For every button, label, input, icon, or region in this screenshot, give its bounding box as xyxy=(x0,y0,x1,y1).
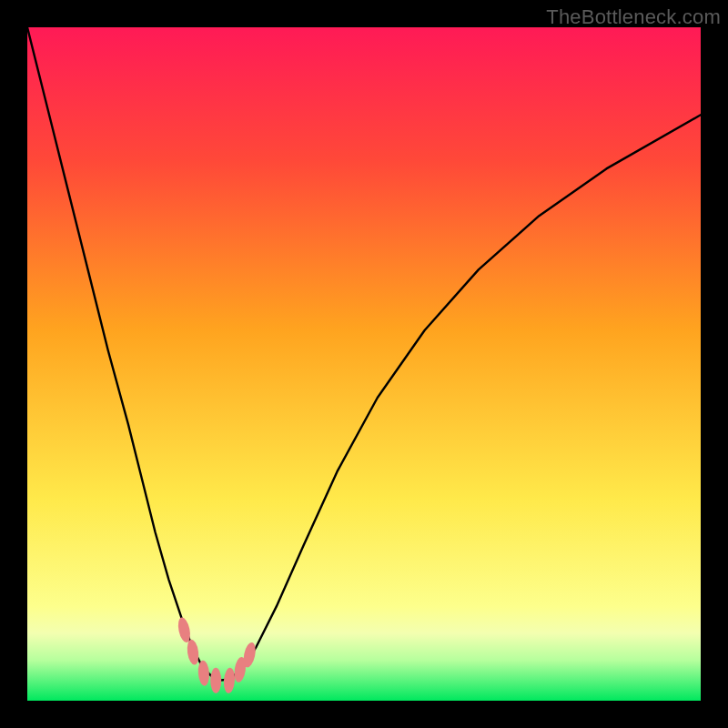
watermark-text: TheBottleneck.com xyxy=(546,5,721,29)
plot-area xyxy=(27,27,701,701)
chart-frame: TheBottleneck.com xyxy=(0,0,728,728)
chart-svg xyxy=(27,27,701,701)
svg-rect-0 xyxy=(27,27,701,701)
dip-marker xyxy=(210,668,221,693)
